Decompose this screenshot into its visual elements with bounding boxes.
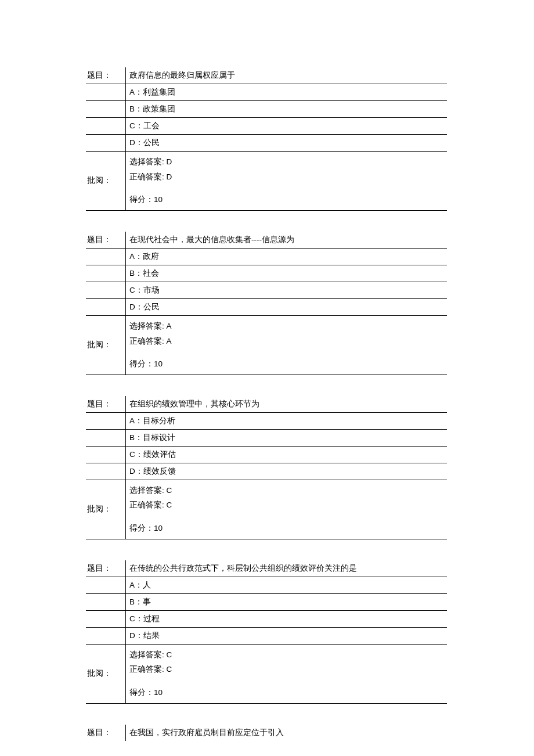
score: 得分：10 (129, 521, 447, 536)
question-block: 题目： 在组织的绩效管理中，其核心环节为 A：目标分析 B：目标设计 C：绩效评… (86, 396, 447, 539)
question-label: 题目： (86, 725, 125, 741)
option-text: B：社会 (125, 265, 447, 282)
review-row: 批阅： 选择答案: C 正确答案: C 得分：10 (86, 480, 447, 539)
score: 得分：10 (129, 192, 447, 207)
option-text: B：目标设计 (125, 430, 447, 446)
option-row: C：绩效评估 (86, 447, 447, 463)
option-row: C：工会 (86, 118, 447, 135)
question-text: 在现代社会中，最大的信息收集者----信息源为 (125, 232, 447, 248)
review-content: 选择答案: A 正确答案: A 得分：10 (125, 316, 447, 375)
question-label: 题目： (86, 232, 125, 248)
question-row: 题目： 在组织的绩效管理中，其核心环节为 (86, 396, 447, 413)
question-row: 题目： 在我国，实行政府雇员制目前应定位于引入 (86, 725, 447, 741)
option-text: A：政府 (125, 249, 447, 265)
option-text: D：结果 (125, 628, 447, 644)
option-text: A：人 (125, 577, 447, 593)
question-label: 题目： (86, 67, 125, 84)
question-row: 题目： 政府信息的最终归属权应属于 (86, 67, 447, 84)
option-row: A：政府 (86, 249, 447, 265)
review-content: 选择答案: C 正确答案: C 得分：10 (125, 645, 447, 703)
option-row: C：过程 (86, 611, 447, 628)
chosen-answer: 选择答案: D (129, 154, 447, 170)
option-text: D：公民 (125, 299, 447, 315)
question-text: 在传统的公共行政范式下，科层制公共组织的绩效评价关注的是 (125, 560, 447, 577)
option-text: B：事 (125, 594, 447, 610)
option-text: C：过程 (125, 611, 447, 627)
option-row: B：事 (86, 594, 447, 611)
question-text: 在组织的绩效管理中，其核心环节为 (125, 396, 447, 412)
correct-answer: 正确答案: C (129, 498, 447, 513)
score: 得分：10 (129, 357, 447, 372)
correct-answer: 正确答案: A (129, 334, 447, 349)
option-text: C：工会 (125, 118, 447, 134)
option-row: A：利益集团 (86, 84, 447, 101)
option-row: C：市场 (86, 282, 447, 299)
review-label: 批阅： (86, 480, 125, 539)
question-block: 题目： 在现代社会中，最大的信息收集者----信息源为 A：政府 B：社会 C：… (86, 232, 447, 375)
option-text: A：目标分析 (125, 413, 447, 429)
review-content: 选择答案: C 正确答案: C 得分：10 (125, 480, 447, 539)
review-label: 批阅： (86, 316, 125, 375)
question-block: 题目： 在我国，实行政府雇员制目前应定位于引入 (86, 725, 447, 741)
question-text: 政府信息的最终归属权应属于 (125, 67, 447, 84)
option-text: B：政策集团 (125, 101, 447, 117)
review-row: 批阅： 选择答案: A 正确答案: A 得分：10 (86, 316, 447, 375)
question-label: 题目： (86, 396, 125, 412)
option-row: A：目标分析 (86, 413, 447, 430)
option-text: A：利益集团 (125, 84, 447, 100)
question-text: 在我国，实行政府雇员制目前应定位于引入 (125, 725, 447, 741)
chosen-answer: 选择答案: A (129, 319, 447, 334)
review-label: 批阅： (86, 152, 125, 210)
option-row: D：公民 (86, 299, 447, 316)
score: 得分：10 (129, 685, 447, 700)
question-row: 题目： 在现代社会中，最大的信息收集者----信息源为 (86, 232, 447, 249)
chosen-answer: 选择答案: C (129, 647, 447, 663)
option-row: D：绩效反馈 (86, 463, 447, 480)
option-row: B：社会 (86, 265, 447, 282)
option-text: D：绩效反馈 (125, 463, 447, 480)
question-block: 题目： 政府信息的最终归属权应属于 A：利益集团 B：政策集团 C：工会 D：公… (86, 67, 447, 211)
review-content: 选择答案: D 正确答案: D 得分：10 (125, 152, 447, 210)
option-row: B：政策集团 (86, 101, 447, 118)
review-row: 批阅： 选择答案: D 正确答案: D 得分：10 (86, 152, 447, 211)
question-label: 题目： (86, 560, 125, 577)
option-text: C：绩效评估 (125, 447, 447, 463)
question-row: 题目： 在传统的公共行政范式下，科层制公共组织的绩效评价关注的是 (86, 560, 447, 577)
review-row: 批阅： 选择答案: C 正确答案: C 得分：10 (86, 645, 447, 704)
option-row: B：目标设计 (86, 430, 447, 447)
option-row: D：结果 (86, 628, 447, 645)
correct-answer: 正确答案: C (129, 662, 447, 677)
review-label: 批阅： (86, 645, 125, 703)
option-text: C：市场 (125, 282, 447, 298)
question-block: 题目： 在传统的公共行政范式下，科层制公共组织的绩效评价关注的是 A：人 B：事… (86, 560, 447, 704)
option-row: A：人 (86, 577, 447, 594)
correct-answer: 正确答案: D (129, 170, 447, 185)
option-text: D：公民 (125, 135, 447, 151)
page: 题目： 政府信息的最终归属权应属于 A：利益集团 B：政策集团 C：工会 D：公… (0, 0, 534, 756)
chosen-answer: 选择答案: C (129, 483, 447, 498)
option-row: D：公民 (86, 135, 447, 152)
